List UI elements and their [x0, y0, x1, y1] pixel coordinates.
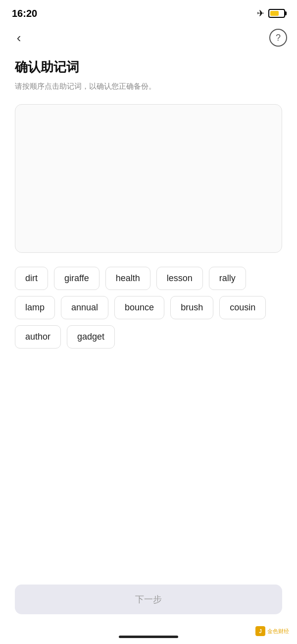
page-content: 确认助记词 请按顺序点击助记词，以确认您正确备份。 dirtgiraffehea…: [0, 51, 297, 349]
page-subtitle: 请按顺序点击助记词，以确认您正确备份。: [15, 81, 282, 92]
word-chip-dirt[interactable]: dirt: [15, 267, 48, 290]
back-button[interactable]: ‹: [10, 29, 28, 47]
back-chevron-icon: ‹: [17, 30, 21, 46]
words-grid: dirtgiraffehealthlessonrallylampannualbo…: [15, 267, 282, 349]
word-chip-gadget[interactable]: gadget: [67, 325, 115, 349]
watermark-label: 金色财经: [267, 628, 289, 635]
help-button[interactable]: ?: [269, 29, 287, 47]
word-chip-lamp[interactable]: lamp: [15, 296, 55, 319]
status-time: 16:20: [12, 8, 37, 19]
battery-fill: [270, 11, 279, 16]
watermark-icon: J: [255, 626, 265, 636]
word-chip-brush[interactable]: brush: [170, 296, 213, 319]
help-icon: ?: [276, 33, 281, 43]
phrase-area: [15, 104, 282, 253]
word-chip-giraffe[interactable]: giraffe: [54, 267, 99, 290]
watermark: J 金色财经: [255, 626, 289, 636]
word-chip-health[interactable]: health: [105, 267, 150, 290]
word-chip-cousin[interactable]: cousin: [219, 296, 266, 319]
home-indicator: [119, 636, 178, 638]
word-chip-annual[interactable]: annual: [61, 296, 108, 319]
next-button[interactable]: 下一步: [15, 585, 282, 614]
word-chip-author[interactable]: author: [15, 325, 61, 349]
word-chip-lesson[interactable]: lesson: [156, 267, 203, 290]
word-chip-bounce[interactable]: bounce: [114, 296, 164, 319]
nav-bar: ‹ ?: [0, 25, 297, 51]
battery-icon: [268, 9, 285, 18]
status-bar: 16:20 ✈: [0, 0, 297, 25]
word-chip-rally[interactable]: rally: [209, 267, 246, 290]
airplane-icon: ✈: [257, 8, 264, 19]
status-icons: ✈: [257, 8, 285, 19]
page-title: 确认助记词: [15, 59, 282, 76]
next-button-container: 下一步: [15, 585, 282, 614]
